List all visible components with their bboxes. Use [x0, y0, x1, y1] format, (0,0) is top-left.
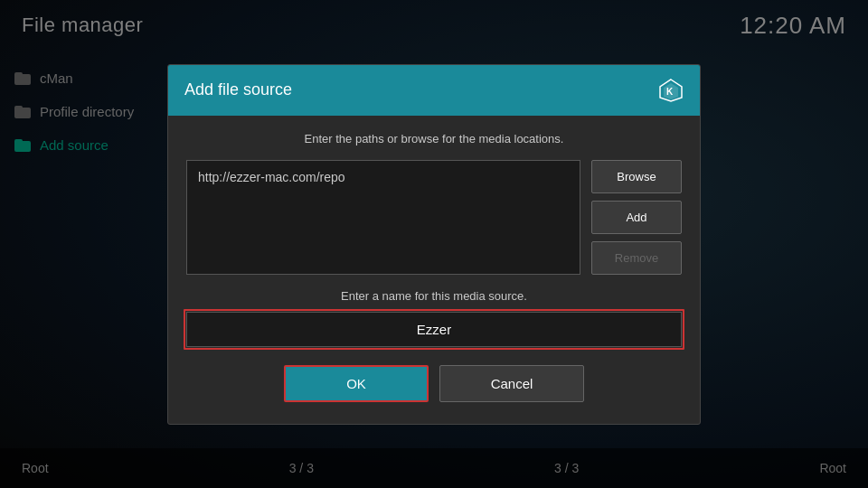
svg-text:K: K: [666, 87, 674, 97]
name-section: Enter a name for this media source.: [186, 289, 682, 347]
name-label: Enter a name for this media source.: [186, 289, 682, 303]
add-button[interactable]: Add: [591, 201, 682, 234]
source-row: http://ezzer-mac.com/repo Browse Add Rem…: [186, 160, 682, 275]
modal-subtitle: Enter the paths or browse for the media …: [186, 132, 682, 145]
source-url: http://ezzer-mac.com/repo: [198, 170, 345, 184]
modal-overlay: Add file source K Enter the paths or bro…: [0, 0, 868, 488]
cancel-button[interactable]: Cancel: [439, 365, 584, 402]
browse-button[interactable]: Browse: [591, 160, 682, 193]
kodi-logo-icon: K: [658, 78, 684, 103]
name-input[interactable]: [186, 312, 682, 347]
source-path-input[interactable]: http://ezzer-mac.com/repo: [186, 160, 580, 275]
modal-header: Add file source K: [168, 65, 700, 116]
modal-body: Enter the paths or browse for the media …: [168, 116, 700, 424]
modal-actions: OK Cancel: [186, 365, 682, 408]
name-input-container: [186, 312, 682, 347]
modal-title: Add file source: [184, 80, 292, 99]
add-file-source-dialog: Add file source K Enter the paths or bro…: [167, 64, 701, 425]
source-action-buttons: Browse Add Remove: [591, 160, 682, 275]
remove-button[interactable]: Remove: [591, 241, 682, 275]
ok-button[interactable]: OK: [284, 365, 429, 402]
